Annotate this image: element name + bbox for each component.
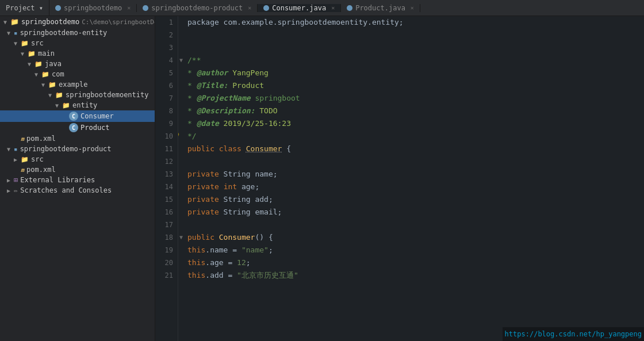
tab-label: Consumer.java	[272, 4, 326, 12]
main-area: ▼ 📁 springbootdemo C:\demo\springbootDem…	[0, 16, 644, 341]
module-icon: ▪	[14, 29, 18, 37]
sidebar-item-example[interactable]: ▼ 📁 example	[0, 79, 155, 90]
code-line-15: private String add;	[187, 193, 635, 206]
code-line-21: this.add = "北京市历史互通"	[187, 269, 635, 282]
line-number-5: 5	[160, 67, 173, 79]
sidebar-item-java[interactable]: ▼ 📁 java	[0, 59, 155, 69]
tab-consumer[interactable]: Consumer.java✕	[258, 4, 341, 12]
line-number-17: 17	[160, 219, 173, 231]
folder-icon: 📁	[21, 40, 29, 47]
fold-icon-18[interactable]: ▼	[179, 231, 183, 244]
tree-item-label: springbootdemoentity	[66, 91, 149, 99]
line-number-2: 2	[160, 29, 173, 41]
tab-close-icon[interactable]: ✕	[411, 5, 414, 11]
folder-icon: 📁	[48, 81, 56, 89]
folder-icon: 📁	[34, 60, 43, 68]
library-icon: ⊞	[14, 176, 18, 184]
sidebar-item-src[interactable]: ▼ 📁 src	[0, 38, 155, 48]
tree-arrow: ▶	[7, 177, 14, 183]
sidebar-item-com[interactable]: ▼ 📁 com	[0, 69, 155, 79]
code-line-5: * @author YangPeng	[187, 67, 635, 79]
line-number-15: 15	[160, 193, 173, 206]
tree-arrow: ▶	[14, 156, 21, 163]
tree-item-label: java	[45, 60, 62, 68]
module-icon: ▪	[14, 145, 18, 153]
folder-icon: 📁	[41, 71, 49, 78]
tree-item-label: entity	[72, 101, 97, 109]
tree-item-label: External Libraries	[20, 176, 95, 184]
line-number-13: 13	[160, 168, 173, 181]
code-line-20: this.age = 12;	[187, 256, 635, 269]
folder-icon: 📁	[55, 91, 63, 99]
code-line-1: package com.example.springbootdemoentity…	[187, 16, 635, 29]
fold-icon[interactable]: ▼	[179, 54, 183, 67]
scratches-icon: ✏	[14, 186, 18, 194]
tree-arrow: ▶	[7, 187, 14, 194]
code-line-6: * @Title: Product	[187, 79, 635, 92]
code-line-7: * @ProjectName springboot	[187, 92, 635, 105]
tab-product[interactable]: Product.java✕	[341, 4, 420, 12]
sidebar-item-src2[interactable]: ▶ 📁 src	[0, 154, 155, 164]
tree-arrow: ▼	[41, 82, 48, 88]
root-folder-icon: 📁	[10, 18, 19, 26]
tree-item-label: main	[38, 49, 55, 58]
sidebar-item-consumer_class[interactable]: C Consumer	[0, 110, 155, 122]
sidebar-item-entity[interactable]: ▼ 📁 entity	[0, 100, 155, 110]
sidebar: ▼ 📁 springbootdemo C:\demo\springbootDem…	[0, 16, 155, 341]
xml-icon: m	[21, 136, 24, 142]
tree-arrow: ▼	[55, 102, 62, 109]
code-line-18: ▼ public Consumer() {	[187, 231, 635, 244]
line-number-12: 12	[160, 155, 173, 168]
tab-springbootdemo-product[interactable]: springbootdemo-product✕	[137, 4, 258, 12]
tree-item-label: Product	[80, 124, 110, 132]
tab-close-icon[interactable]: ✕	[248, 5, 251, 11]
code-line-19: this.name = "name";	[187, 244, 635, 256]
project-label: Project ▾	[6, 4, 43, 12]
line-number-1: 1	[160, 16, 173, 29]
sidebar-item-springbootdemoentity[interactable]: ▼ 📁 springbootdemoentity	[0, 90, 155, 100]
tree-arrow: ▼	[48, 92, 55, 98]
folder-icon: 📁	[21, 156, 29, 163]
code-line-10: 💡 */	[187, 130, 635, 143]
sidebar-item-pom2[interactable]: m pom.xml	[0, 164, 155, 175]
root-arrow: ▼	[3, 19, 10, 25]
tree-item-label: pom.xml	[26, 166, 56, 174]
root-label: springbootdemo	[21, 18, 79, 26]
code-line-16: private String email;	[187, 206, 635, 219]
code-line-3	[187, 41, 635, 54]
code-area[interactable]: package com.example.springbootdemoentity…	[178, 16, 644, 341]
line-number-21: 21	[160, 269, 173, 282]
folder-icon: 📁	[62, 102, 70, 109]
code-line-9: * @date 2019/3/25-16:23	[187, 117, 635, 130]
tree-item-label: springbootdemo-product	[20, 145, 112, 153]
tree-arrow: ▼	[34, 71, 41, 78]
code-line-12	[187, 155, 635, 168]
sidebar-item-pom1[interactable]: m pom.xml	[0, 133, 155, 144]
tree-item-label: pom.xml	[26, 135, 56, 143]
tab-close-icon[interactable]: ✕	[331, 5, 335, 11]
line-number-8: 8	[160, 105, 173, 117]
folder-icon: 📁	[28, 50, 36, 58]
code-line-2	[187, 29, 635, 41]
project-tab[interactable]: Project ▾	[0, 0, 49, 16]
sidebar-item-scratches[interactable]: ▶ ✏ Scratches and Consoles	[0, 185, 155, 196]
tree-item-label: example	[59, 81, 88, 89]
editor-content: 123456789101112131415161718192021 packag…	[155, 16, 644, 341]
line-number-11: 11	[160, 143, 173, 155]
tree-arrow: ▼	[7, 30, 14, 36]
sidebar-root[interactable]: ▼ 📁 springbootdemo C:\demo\springbootDem…	[0, 16, 155, 28]
tree-arrow: ▼	[14, 40, 21, 47]
line-number-6: 6	[160, 79, 173, 92]
sidebar-item-springbootdemo-entity[interactable]: ▼ ▪ springbootdemo-entity	[0, 28, 155, 38]
tabs-bar: Project ▾ springbootdemo✕springbootdemo-…	[0, 0, 644, 16]
line-number-14: 14	[160, 181, 173, 193]
line-number-4: 4	[160, 54, 173, 67]
sidebar-item-main[interactable]: ▼ 📁 main	[0, 48, 155, 59]
tab-close-icon[interactable]: ✕	[127, 5, 131, 11]
tab-springbootdemo[interactable]: springbootdemo✕	[49, 4, 137, 12]
sidebar-item-product_class[interactable]: C Product	[0, 122, 155, 133]
lightbulb-icon[interactable]: 💡	[178, 130, 181, 143]
sidebar-item-external_libraries[interactable]: ▶ ⊞ External Libraries	[0, 175, 155, 185]
sidebar-item-springbootdemo-product[interactable]: ▼ ▪ springbootdemo-product	[0, 144, 155, 154]
line-number-7: 7	[160, 92, 173, 105]
